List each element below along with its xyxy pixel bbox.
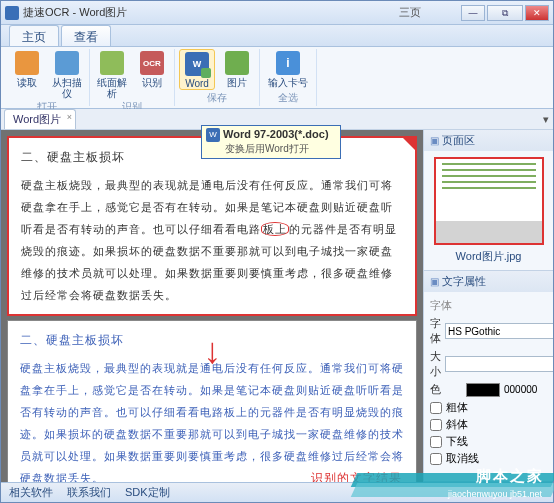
group-label-save: 保存 <box>207 90 227 106</box>
bold-checkbox[interactable] <box>430 402 442 414</box>
size-label: 大小 <box>430 349 441 379</box>
props-panel-header[interactable]: 文字属性 <box>424 271 553 292</box>
status-related[interactable]: 相关软件 <box>9 485 53 500</box>
pages-panel-header[interactable]: 页面区 <box>424 130 553 151</box>
status-sdk[interactable]: SDK定制 <box>125 485 170 500</box>
props-group-label: 字体 <box>430 298 547 313</box>
maximize-button[interactable]: ⧉ <box>487 5 523 21</box>
word-format-tooltip: WWord 97-2003(*.doc) 变换后用Word打开 <box>201 125 341 159</box>
statusbar: 相关软件 联系我们 SDK定制 <box>1 482 553 502</box>
font-label: 字体 <box>430 316 441 346</box>
document-tab[interactable]: Word图片× <box>4 109 76 129</box>
underline-checkbox[interactable] <box>430 436 442 448</box>
ribbon-group-other: i输入卡号 全选 <box>260 49 317 106</box>
scanner-button[interactable]: 从扫描仪 <box>49 49 85 99</box>
ocr-icon: OCR <box>140 51 164 75</box>
sidebar: 页面区 Word图片.jpg 文字属性 字体 字体 大小 色000000 粗体 <box>423 130 553 482</box>
info-icon: i <box>276 51 300 75</box>
word-icon: W <box>185 52 209 76</box>
close-button[interactable]: ✕ <box>525 5 549 21</box>
pages-panel: 页面区 Word图片.jpg <box>424 130 553 271</box>
source-page[interactable]: 二、硬盘主板损坏 硬盘主板烧毁，最典型的表现就是通电后没有任何反应。通常我们可将… <box>7 136 417 316</box>
highlighted-text: 板上 <box>261 222 289 236</box>
titlebar: 捷速OCR - Word图片 三页 — ⧉ ✕ <box>1 1 553 25</box>
close-tab-icon[interactable]: × <box>67 112 72 122</box>
color-label: 色 <box>430 382 462 397</box>
text-props-panel: 文字属性 字体 字体 大小 色000000 粗体 斜体 下线 取消线 <box>424 271 553 482</box>
size-input[interactable] <box>445 356 553 372</box>
color-value: 000000 <box>504 384 537 395</box>
minimize-button[interactable]: — <box>461 5 485 21</box>
result-label: 识别的文字结果 <box>311 467 402 482</box>
main-area: 二、硬盘主板损坏 硬盘主板烧毁，最典型的表现就是通电后没有任何反应。通常我们可将… <box>1 130 423 482</box>
color-swatch[interactable] <box>466 383 500 397</box>
status-contact[interactable]: 联系我们 <box>67 485 111 500</box>
group-label-other: 全选 <box>278 90 298 106</box>
tab-view[interactable]: 查看 <box>61 25 111 46</box>
parse-button[interactable]: 纸面解析 <box>94 49 130 99</box>
image-icon <box>225 51 249 75</box>
save-image-button[interactable]: 图片 <box>219 49 255 88</box>
dropdown-icon[interactable]: ▾ <box>543 113 549 126</box>
font-input[interactable] <box>445 323 553 339</box>
ribbon-tabs: 主页 查看 <box>1 25 553 47</box>
app-icon <box>5 6 19 20</box>
page-thumbnail[interactable] <box>434 157 544 245</box>
read-button[interactable]: 读取 <box>9 49 45 88</box>
tab-home[interactable]: 主页 <box>9 25 59 46</box>
word-small-icon: W <box>206 128 220 142</box>
card-button[interactable]: i输入卡号 <box>264 49 312 88</box>
scanner-icon <box>55 51 79 75</box>
strike-checkbox[interactable] <box>430 453 442 465</box>
ribbon: 读取 从扫描仪 打开 纸面解析 OCR识别 识别 WWord 图片 保存 i输入… <box>1 47 553 109</box>
italic-checkbox[interactable] <box>430 419 442 431</box>
document-tabbar: Word图片× WWord 97-2003(*.doc) 变换后用Word打开 … <box>1 109 553 130</box>
ribbon-group-save: WWord 图片 保存 <box>175 49 260 106</box>
read-icon <box>15 51 39 75</box>
page-indicator: 三页 <box>399 5 421 20</box>
parse-icon <box>100 51 124 75</box>
ribbon-group-open: 读取 从扫描仪 打开 <box>5 49 90 106</box>
window-title: 捷速OCR - Word图片 <box>23 5 399 20</box>
save-word-button[interactable]: WWord <box>179 49 215 90</box>
result-body: 硬盘主板烧毁，最典型的表现就是通电后没有任何反应。通常我们可将硬盘拿在手上，感觉… <box>20 357 404 482</box>
arrow-down-icon: ↓ <box>204 330 222 372</box>
workspace: 二、硬盘主板损坏 硬盘主板烧毁，最典型的表现就是通电后没有任何反应。通常我们可将… <box>1 130 553 482</box>
thumbnail-label: Word图片.jpg <box>430 249 547 264</box>
source-body: 硬盘主板烧毁，最典型的表现就是通电后没有任何反应。通常我们可将硬盘拿在手上，感觉… <box>21 174 403 306</box>
ocr-button[interactable]: OCR识别 <box>134 49 170 88</box>
ribbon-group-recognize: 纸面解析 OCR识别 识别 <box>90 49 175 106</box>
app-window: 捷速OCR - Word图片 三页 — ⧉ ✕ 主页 查看 读取 从扫描仪 打开… <box>0 0 554 503</box>
